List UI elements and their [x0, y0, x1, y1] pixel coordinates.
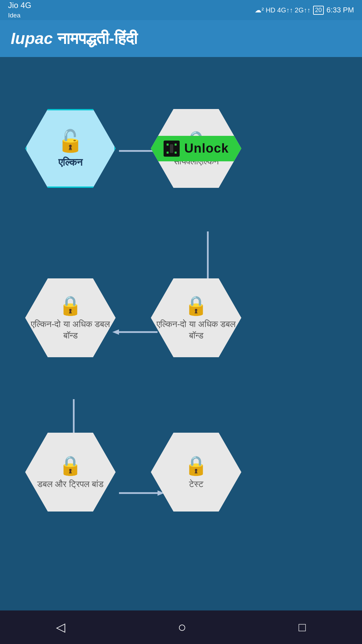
lock-icon-alkene2-left: 🔒 [59, 294, 82, 317]
svg-rect-13 [167, 152, 169, 154]
battery-indicator: 20 [313, 6, 324, 15]
unlock-text[interactable]: Unlock [184, 141, 229, 156]
back-button[interactable]: ◁ [56, 620, 65, 634]
home-button[interactable]: ○ [178, 619, 186, 635]
app-bar: Iupac नामपद्धती-हिंदी [0, 20, 362, 57]
svg-rect-12 [175, 144, 177, 146]
home-icon: ○ [178, 619, 186, 635]
unlock-badge[interactable]: Unlock [151, 136, 241, 161]
status-bar: Jio 4G Idea ☁² HD 4G↑↑ 2G↑↑ 20 6:33 PM [0, 0, 362, 20]
sub-carrier-text: Idea [8, 12, 20, 19]
alkene2-right-label: एल्किन-दो या अधिक डबल बॉन्ड [151, 319, 241, 341]
bottom-nav: ◁ ○ □ [0, 610, 362, 644]
time-display: 6:33 PM [326, 6, 354, 14]
back-icon: ◁ [56, 620, 65, 634]
test-label: टेस्ट [186, 479, 207, 490]
node-alkene2-left[interactable]: 🔒 एल्किन-दो या अधिक डबल बॉन्ड [25, 278, 116, 357]
app-title-latin: Iupac [11, 30, 53, 47]
node-cycloalkene[interactable]: 🔒 Unlock सायक्लोएल्किन [151, 109, 241, 188]
carrier-text: Jio 4G [8, 1, 31, 10]
recent-button[interactable]: □ [299, 620, 306, 634]
alkene2-left-label: एल्किन-दो या अधिक डबल बॉन्ड [25, 319, 116, 341]
svg-rect-15 [170, 144, 173, 153]
film-icon [164, 141, 180, 157]
recent-icon: □ [299, 620, 306, 634]
double-triple-label: डबल और ट्रिपल बांड [34, 479, 107, 490]
lock-icon-test: 🔒 [184, 454, 208, 477]
carrier-info: Jio 4G Idea [8, 1, 31, 19]
battery-level: 20 [315, 7, 322, 13]
signal-icons: ☁² HD 4G↑↑ 2G↑↑ [255, 6, 310, 14]
status-right: ☁² HD 4G↑↑ 2G↑↑ 20 6:33 PM [255, 6, 354, 15]
node-test[interactable]: 🔒 टेस्ट [151, 433, 241, 512]
main-content: 🔓 एल्किन 🔒 Unlock [0, 57, 362, 610]
node-alkene2-right[interactable]: 🔒 एल्किन-दो या अधिक डबल बॉन्ड [151, 278, 241, 357]
node-alkene[interactable]: 🔓 एल्किन [25, 109, 116, 188]
lock-icon-alkene: 🔓 [57, 128, 84, 154]
app-title-hindi: नामपद्धती-हिंदी [53, 30, 137, 47]
app-title: Iupac नामपद्धती-हिंदी [11, 29, 137, 48]
alkene-label: एल्किन [55, 156, 86, 169]
lock-icon-alkene2-right: 🔒 [184, 294, 208, 317]
lock-icon-double-triple: 🔒 [59, 454, 82, 477]
svg-rect-11 [167, 144, 169, 146]
svg-rect-14 [175, 152, 177, 154]
node-double-triple[interactable]: 🔒 डबल और ट्रिपल बांड [25, 433, 116, 512]
